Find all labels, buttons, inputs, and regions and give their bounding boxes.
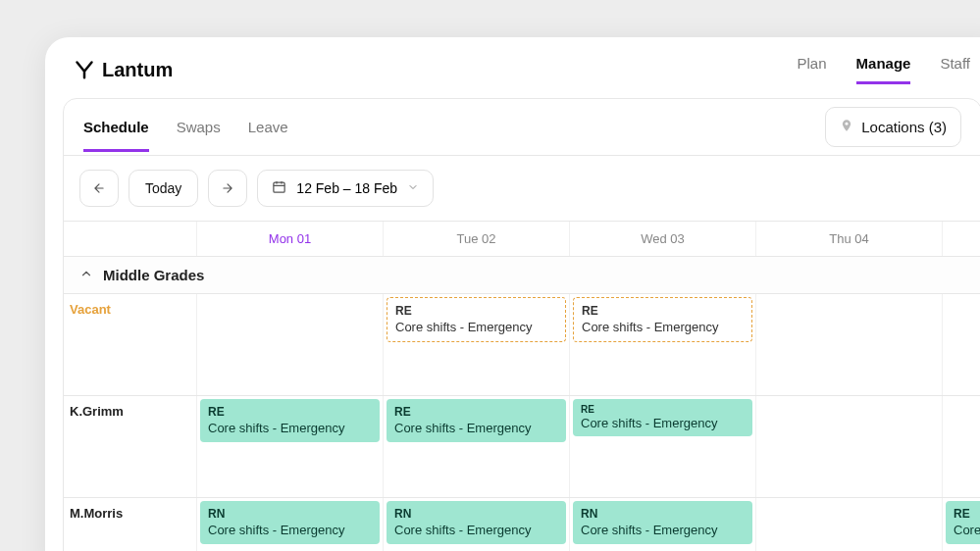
schedule-cell xyxy=(755,498,942,551)
row-label: Vacant xyxy=(64,294,196,395)
shift-block[interactable]: RNCore shifts - Emergency xyxy=(200,501,380,544)
shift-desc: Core s xyxy=(954,523,980,539)
schedule-cell xyxy=(755,294,942,395)
shift-code: RN xyxy=(581,507,745,523)
topnav-item-manage[interactable]: Manage xyxy=(856,55,911,84)
tabs: ScheduleSwapsLeave xyxy=(83,103,288,152)
schedule-cell: RECore shifts - Emergency xyxy=(383,396,569,497)
day-header-row: Mon 01Tue 02Wed 03Thu 04 xyxy=(64,222,980,257)
shift-code: RE xyxy=(954,507,980,523)
schedule-cell: RNCore shifts - Emergency xyxy=(196,498,383,551)
schedule-cell: RNCore shifts - Emergency xyxy=(383,498,569,551)
app-window: Lantum PlanManageStaff ScheduleSwapsLeav… xyxy=(45,37,980,551)
svg-rect-1 xyxy=(274,182,284,192)
schedule-cell xyxy=(942,294,980,395)
shift-code: RN xyxy=(394,507,558,523)
schedule-cell: RECore shifts - Emergency xyxy=(569,396,755,497)
brand: Lantum xyxy=(75,59,173,81)
chevron-down-icon xyxy=(407,180,419,196)
shift-code: RE xyxy=(394,405,558,421)
schedule-row: M.MorrisRNCore shifts - EmergencyRNCore … xyxy=(64,498,980,551)
shift-desc: Core shifts - Emergency xyxy=(581,416,745,432)
tab-schedule[interactable]: Schedule xyxy=(83,103,149,152)
shift-block[interactable]: RECore shifts - Emergency xyxy=(573,297,752,342)
shift-code: RN xyxy=(208,507,372,523)
shift-desc: Core shifts - Emergency xyxy=(394,523,558,539)
shift-desc: Core shifts - Emergency xyxy=(208,421,372,437)
shift-desc: Core shifts - Emergency xyxy=(208,523,372,539)
calendar-icon xyxy=(272,179,286,197)
today-button[interactable]: Today xyxy=(129,170,198,207)
schedule-cell: RECore shifts - Emergency xyxy=(383,294,569,395)
date-range-picker[interactable]: 12 Feb – 18 Feb xyxy=(257,170,434,207)
topnav-item-staff[interactable]: Staff xyxy=(940,55,970,84)
row-label: K.Grimm xyxy=(64,396,196,497)
tab-leave[interactable]: Leave xyxy=(248,103,288,152)
group-name: Middle Grades xyxy=(103,267,204,283)
group-header[interactable]: Middle Grades xyxy=(64,257,980,294)
chevron-up-icon xyxy=(79,267,93,283)
row-label: M.Morris xyxy=(64,498,196,551)
day-header-spacer xyxy=(64,222,196,256)
day-header-3: Thu 04 xyxy=(755,222,942,256)
shift-block[interactable]: RECore s xyxy=(946,501,980,544)
shift-desc: Core shifts - Emergency xyxy=(582,320,744,336)
next-week-button[interactable] xyxy=(208,170,247,207)
schedule-row: VacantRECore shifts - EmergencyRECore sh… xyxy=(64,294,980,396)
shift-block[interactable]: RECore shifts - Emergency xyxy=(200,399,380,442)
day-header-1: Tue 02 xyxy=(383,222,569,256)
shift-block[interactable]: RECore shifts - Emergency xyxy=(387,399,566,442)
main-panel: ScheduleSwapsLeave Locations (3) Today xyxy=(63,98,980,551)
schedule-grid: Mon 01Tue 02Wed 03Thu 04 Middle Grades V… xyxy=(64,222,980,551)
toolbar: Today 12 Feb – 18 Feb xyxy=(64,156,980,222)
shift-block[interactable]: RNCore shifts - Emergency xyxy=(387,501,566,544)
schedule-cell: RECore shifts - Emergency xyxy=(196,396,383,497)
locations-filter-button[interactable]: Locations (3) xyxy=(825,107,961,147)
shift-code: RE xyxy=(582,304,744,320)
schedule-cell: RECore s xyxy=(942,498,980,551)
schedule-cell: RECore shifts - Emergency xyxy=(569,294,755,395)
shift-block[interactable]: RECore shifts - Emergency xyxy=(387,297,566,342)
topbar: Lantum PlanManageStaff xyxy=(45,37,980,98)
top-nav: PlanManageStaff xyxy=(798,55,970,84)
tab-swaps[interactable]: Swaps xyxy=(177,103,221,152)
shift-desc: Core shifts - Emergency xyxy=(395,320,557,336)
day-header-2: Wed 03 xyxy=(569,222,755,256)
shift-code: RE xyxy=(581,403,745,416)
today-label: Today xyxy=(145,180,181,196)
date-range-label: 12 Feb – 18 Feb xyxy=(296,180,397,196)
shift-block[interactable]: RNCore shifts - Emergency xyxy=(573,501,752,544)
schedule-cell xyxy=(755,396,942,497)
day-header-0: Mon 01 xyxy=(196,222,383,256)
day-header-4 xyxy=(942,222,980,256)
brand-logo-icon xyxy=(75,60,94,79)
shift-block[interactable]: RECore shifts - Emergency xyxy=(573,399,752,436)
schedule-cell: RNCore shifts - Emergency xyxy=(569,498,755,551)
prev-week-button[interactable] xyxy=(79,170,119,207)
schedule-cell xyxy=(196,294,383,395)
shift-code: RE xyxy=(208,405,372,421)
tabs-row: ScheduleSwapsLeave Locations (3) xyxy=(64,99,980,156)
topnav-item-plan[interactable]: Plan xyxy=(798,55,827,84)
shift-code: RE xyxy=(395,304,557,320)
svg-point-0 xyxy=(846,123,849,125)
shift-desc: Core shifts - Emergency xyxy=(581,523,745,539)
locations-label: Locations (3) xyxy=(861,119,947,135)
schedule-cell xyxy=(942,396,980,497)
schedule-row: K.GrimmRECore shifts - EmergencyRECore s… xyxy=(64,396,980,498)
pin-icon xyxy=(840,118,853,136)
brand-name: Lantum xyxy=(102,59,173,81)
shift-desc: Core shifts - Emergency xyxy=(394,421,558,437)
